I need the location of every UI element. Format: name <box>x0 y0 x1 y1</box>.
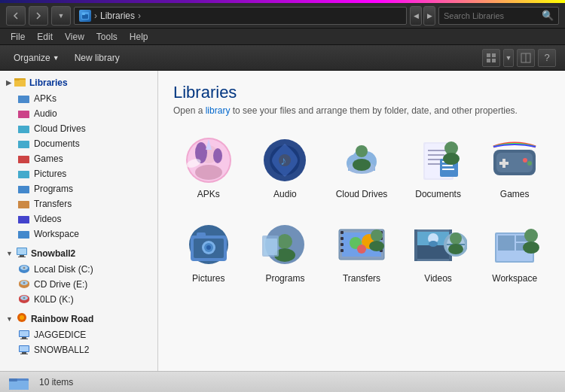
svg-point-133 <box>369 241 384 251</box>
sidebar-libraries-folder-icon <box>14 76 26 89</box>
view-icon-button[interactable] <box>482 49 500 67</box>
svg-point-85 <box>356 145 368 157</box>
library-item-documents[interactable]: Documents <box>403 128 474 206</box>
library-label-videos: Videos <box>424 273 451 284</box>
new-library-label: New library <box>75 53 120 63</box>
library-icon-audio: ♪ <box>255 135 315 186</box>
svg-rect-127 <box>341 249 344 252</box>
library-icon-pictures <box>179 219 239 270</box>
library-item-videos[interactable]: Videos <box>403 212 474 290</box>
new-library-button[interactable]: New library <box>70 50 124 65</box>
library-item-cloud[interactable]: Cloud Drives <box>326 128 397 206</box>
svg-rect-126 <box>341 243 344 246</box>
sidebar-item-games[interactable]: Games <box>0 151 157 166</box>
sidebar-item-cloud-drives[interactable]: Cloud Drives <box>0 121 157 136</box>
library-item-workspace[interactable]: Workspace <box>479 212 550 290</box>
sidebar-label: Audio <box>34 108 57 119</box>
svg-rect-11 <box>14 78 20 81</box>
library-item-apks[interactable]: APKs <box>173 128 244 206</box>
library-item-programs[interactable]: Programs <box>250 212 321 290</box>
svg-rect-139 <box>414 229 417 261</box>
svg-rect-23 <box>18 141 23 143</box>
recent-button[interactable]: ▼ <box>51 6 71 26</box>
svg-point-154 <box>523 242 539 254</box>
sidebar-item-pictures[interactable]: Pictures <box>0 166 157 181</box>
svg-rect-19 <box>18 127 29 133</box>
sidebar-libraries-label: Libraries <box>29 77 68 88</box>
svg-rect-25 <box>18 157 29 163</box>
library-item-transfers[interactable]: Transfers <box>326 212 397 290</box>
svg-rect-157 <box>9 378 17 381</box>
sidebar-icon-transfers <box>18 198 30 210</box>
sidebar-network-label: SNOWBALL2 <box>34 345 89 355</box>
sidebar-item-workspace[interactable]: Workspace <box>0 226 157 242</box>
sidebar-disk-label: CD Drive (E:) <box>34 279 87 290</box>
sidebar-item-transfers[interactable]: Transfers <box>0 196 157 211</box>
sidebar-item-local-disk-c-[interactable]: Local Disk (C:) <box>0 262 157 277</box>
menu-help[interactable]: Help <box>125 30 153 44</box>
sidebar-header-snowball2[interactable]: ▼ Snowball2 <box>0 245 157 262</box>
svg-rect-14 <box>18 96 23 98</box>
menu-edit[interactable]: Edit <box>32 30 57 44</box>
svg-rect-65 <box>20 346 29 351</box>
sidebar-item-documents[interactable]: Documents <box>0 136 157 151</box>
view-dropdown-button[interactable]: ▼ <box>503 49 514 67</box>
help-button[interactable]: ? <box>538 49 556 67</box>
svg-rect-44 <box>20 255 24 257</box>
sidebar-item-programs[interactable]: Programs <box>0 181 157 196</box>
sidebar-network-label: JAGGEDICE <box>34 330 86 340</box>
svg-point-123 <box>357 245 366 254</box>
svg-point-132 <box>371 229 383 242</box>
path-separator: › <box>94 11 97 21</box>
sidebar-icon-programs <box>18 183 30 195</box>
address-path[interactable]: › Libraries › <box>74 7 407 25</box>
menu-view[interactable]: View <box>60 30 89 44</box>
svg-rect-6 <box>492 59 496 62</box>
forward-button[interactable] <box>29 6 48 26</box>
view-controls: ▼ ? <box>482 49 556 67</box>
sidebar-header-libraries[interactable]: ▶ Libraries <box>0 74 157 91</box>
svg-rect-28 <box>18 172 29 178</box>
sidebar-rainbowroad-expand-icon: ▼ <box>6 315 13 323</box>
search-box[interactable]: Search Libraries 🔍 <box>438 7 559 25</box>
sidebar-disk-icon <box>18 278 30 290</box>
search-placeholder: Search Libraries <box>444 11 504 20</box>
library-label-audio: Audio <box>273 189 297 199</box>
library-item-audio[interactable]: ♪ Audio <box>250 128 321 206</box>
library-label-documents: Documents <box>415 189 461 199</box>
organize-button[interactable]: Organize ▼ <box>9 50 64 65</box>
svg-rect-20 <box>18 126 23 128</box>
svg-rect-3 <box>487 53 490 57</box>
library-item-pictures[interactable]: Pictures <box>173 212 244 290</box>
sidebar-item-jaggedice[interactable]: JAGGEDICE <box>0 327 157 342</box>
svg-rect-2 <box>82 13 85 15</box>
sidebar-item-snowball2[interactable]: SNOWBALL2 <box>0 342 157 357</box>
svg-rect-95 <box>442 165 453 166</box>
svg-rect-102 <box>499 162 508 165</box>
library-item-games[interactable]: Games <box>479 128 550 206</box>
library-label-games: Games <box>500 189 530 199</box>
sidebar-section-libraries: ▶ Libraries APKs <box>0 74 157 242</box>
sidebar-label: Cloud Drives <box>34 123 86 134</box>
library-grid: APKs ♪ Audio Cloud Drives <box>173 128 550 290</box>
library-label-transfers: Transfers <box>343 273 380 284</box>
sidebar-icon-documents <box>18 138 30 150</box>
menu-file[interactable]: File <box>6 30 29 44</box>
change-view-button[interactable]: ◀ <box>410 6 422 26</box>
content-subtitle: Open a library to see your files and arr… <box>173 105 550 116</box>
sidebar-label: APKs <box>34 93 56 104</box>
refresh-button[interactable]: ▶ <box>423 6 435 26</box>
sidebar-item-audio[interactable]: Audio <box>0 106 157 121</box>
svg-rect-32 <box>18 186 23 188</box>
sidebar-item-videos[interactable]: Videos <box>0 211 157 226</box>
library-link[interactable]: library <box>206 105 231 116</box>
svg-rect-112 <box>197 232 206 237</box>
sidebar-header-rainbowroad[interactable]: ▼ Rainbow Road <box>0 310 157 327</box>
sidebar-item-apks[interactable]: APKs <box>0 91 157 106</box>
menu-tools[interactable]: Tools <box>92 30 122 44</box>
sidebar-item-k0ld-k-[interactable]: K0LD (K:) <box>0 292 157 307</box>
svg-rect-37 <box>18 217 29 223</box>
sidebar-item-cd-drive-e-[interactable]: CD Drive (E:) <box>0 277 157 292</box>
back-button[interactable] <box>6 6 26 26</box>
details-pane-button[interactable] <box>517 49 535 67</box>
